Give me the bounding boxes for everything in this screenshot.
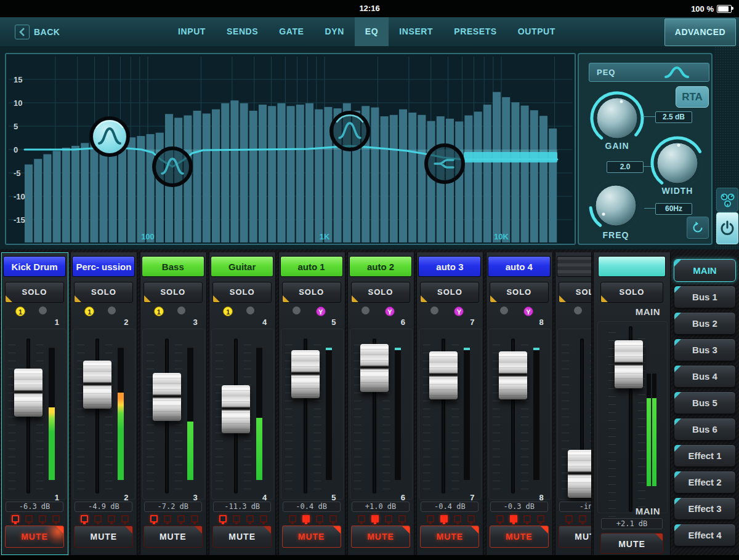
eq-type-label: PEQ bbox=[597, 68, 615, 77]
fader-knob[interactable] bbox=[153, 373, 181, 421]
channel-label[interactable] bbox=[557, 256, 592, 277]
mute-group-indicators bbox=[279, 515, 345, 525]
status-bar: 12:16 100 % bbox=[0, 0, 739, 17]
mute-button[interactable]: MUTE bbox=[143, 526, 203, 548]
mute-button[interactable]: MUTE bbox=[212, 526, 272, 548]
mute-corner-fold bbox=[402, 526, 410, 534]
fader-knob[interactable] bbox=[222, 385, 250, 433]
freq-knob[interactable] bbox=[585, 175, 647, 236]
bus-button-bus-5[interactable]: Bus 5 bbox=[674, 391, 736, 414]
mute-button[interactable]: MUTE bbox=[490, 526, 549, 548]
fader-knob[interactable] bbox=[499, 351, 527, 399]
bus-button-effect-3[interactable]: Effect 3 bbox=[674, 497, 736, 520]
main-fader-knob[interactable] bbox=[615, 340, 643, 388]
channel-label[interactable]: Kick Drum bbox=[3, 256, 66, 277]
advanced-button[interactable]: ADVANCED bbox=[664, 18, 736, 46]
tab-gate[interactable]: GATE bbox=[269, 17, 314, 46]
db-readout: -4.9 dB bbox=[75, 502, 132, 512]
mute-group-icon bbox=[39, 515, 46, 522]
tab-eq[interactable]: EQ bbox=[355, 17, 389, 46]
bus-button-effect-2[interactable]: Effect 2 bbox=[674, 471, 736, 494]
mixer-view-button[interactable] bbox=[716, 188, 738, 212]
gain-label: GAIN bbox=[586, 141, 648, 151]
mute-group-icon bbox=[94, 515, 102, 522]
mute-button[interactable]: MUTE bbox=[351, 526, 410, 548]
main-channel-label[interactable] bbox=[598, 256, 666, 277]
rta-bar bbox=[62, 148, 70, 242]
right-edge-column bbox=[714, 46, 739, 249]
mute-button[interactable]: MUTE bbox=[420, 526, 479, 548]
solo-button[interactable]: SOLO bbox=[212, 282, 272, 303]
eq-power-button[interactable] bbox=[716, 212, 738, 244]
solo-button[interactable]: SOLO bbox=[5, 282, 64, 303]
y-axis-tick: 10 bbox=[14, 98, 22, 108]
eq-type-selector[interactable]: PEQ bbox=[589, 63, 709, 82]
mute-button[interactable]: MUTE bbox=[282, 526, 341, 548]
rta-bar bbox=[427, 121, 435, 242]
bus-button-main[interactable]: MAIN bbox=[674, 259, 736, 282]
solo-label: SOLO bbox=[230, 287, 255, 297]
db-readout: -6.3 dB bbox=[6, 502, 63, 512]
fader-knob[interactable] bbox=[568, 450, 592, 498]
channel-strip: Perc- ussion SOLO 1 2 2 -4.9 dB MUTE bbox=[70, 252, 137, 555]
main-solo-button[interactable]: SOLO bbox=[600, 282, 663, 303]
bus-button-bus-3[interactable]: Bus 3 bbox=[674, 338, 736, 361]
bus-button-effect-1[interactable]: Effect 1 bbox=[674, 444, 736, 467]
tab-presets[interactable]: PRESETS bbox=[443, 17, 507, 46]
channel-label[interactable]: auto 2 bbox=[349, 256, 412, 277]
channel-label[interactable]: auto 4 bbox=[488, 256, 551, 277]
solo-button[interactable]: SOLO bbox=[143, 282, 203, 303]
solo-button[interactable]: SOLO bbox=[351, 282, 410, 303]
mute-corner-fold bbox=[471, 526, 479, 534]
channel-badge-dot bbox=[39, 306, 47, 314]
solo-button[interactable]: SOLO bbox=[420, 282, 479, 303]
back-label: BACK bbox=[34, 27, 60, 37]
fader-knob[interactable] bbox=[429, 351, 458, 399]
mute-button[interactable]: MUTE bbox=[74, 526, 133, 548]
eq-graph-panel[interactable]: 151050-5-10-151001K10K bbox=[5, 53, 576, 245]
eq-band-handle-2[interactable] bbox=[154, 148, 191, 185]
eq-band-handle-4[interactable] bbox=[426, 145, 463, 182]
solo-button[interactable]: SOLO bbox=[74, 282, 133, 303]
eq-band-handle-1[interactable] bbox=[91, 118, 128, 155]
mute-group-icon bbox=[81, 515, 88, 522]
tab-output[interactable]: OUTPUT bbox=[507, 17, 566, 46]
tab-dyn[interactable]: DYN bbox=[315, 17, 355, 46]
channel-label[interactable]: auto 1 bbox=[280, 256, 343, 277]
tab-sends[interactable]: SENDS bbox=[216, 17, 269, 46]
solo-button[interactable]: SOLO bbox=[490, 282, 549, 303]
eq-band-handle-3[interactable] bbox=[331, 113, 368, 150]
bus-button-bus-2[interactable]: Bus 2 bbox=[674, 312, 736, 335]
width-knob[interactable] bbox=[647, 132, 708, 194]
fader-knob[interactable] bbox=[14, 369, 42, 417]
channel-label[interactable]: Guitar bbox=[211, 256, 273, 277]
channel-label[interactable]: Perc- ussion bbox=[72, 256, 135, 277]
fader-knob[interactable] bbox=[83, 361, 111, 409]
solo-button[interactable]: SOLO bbox=[559, 282, 592, 303]
bus-button-bus-6[interactable]: Bus 6 bbox=[674, 418, 736, 441]
fader-knob[interactable] bbox=[360, 344, 389, 392]
y-axis-tick: 15 bbox=[14, 75, 22, 84]
mute-group-icon bbox=[329, 515, 337, 522]
tab-insert[interactable]: INSERT bbox=[389, 17, 443, 46]
tab-input[interactable]: INPUT bbox=[168, 17, 216, 46]
bus-label: Effect 4 bbox=[688, 530, 721, 540]
gain-knob[interactable] bbox=[586, 87, 648, 149]
mute-button[interactable]: MUTE bbox=[5, 526, 64, 548]
mute-button[interactable]: MUTE bbox=[559, 526, 592, 548]
solo-button[interactable]: SOLO bbox=[282, 282, 341, 303]
main-mute-button[interactable]: MUTE bbox=[600, 533, 663, 554]
bus-button-bus-1[interactable]: Bus 1 bbox=[674, 286, 736, 308]
bus-button-effect-4[interactable]: Effect 4 bbox=[674, 524, 736, 546]
channel-label[interactable]: auto 3 bbox=[418, 256, 481, 277]
rta-button[interactable]: RTA bbox=[676, 86, 709, 108]
back-button[interactable]: BACK bbox=[15, 17, 60, 46]
rta-bar bbox=[493, 92, 501, 242]
bus-button-bus-4[interactable]: Bus 4 bbox=[674, 365, 736, 388]
fader-knob[interactable] bbox=[291, 350, 320, 398]
battery-indicator: 100 % bbox=[691, 0, 732, 17]
channel-label[interactable]: Bass bbox=[142, 256, 204, 277]
rta-bar bbox=[212, 110, 220, 242]
x-axis-tick: 100 bbox=[141, 232, 155, 241]
reset-button[interactable] bbox=[687, 217, 709, 239]
